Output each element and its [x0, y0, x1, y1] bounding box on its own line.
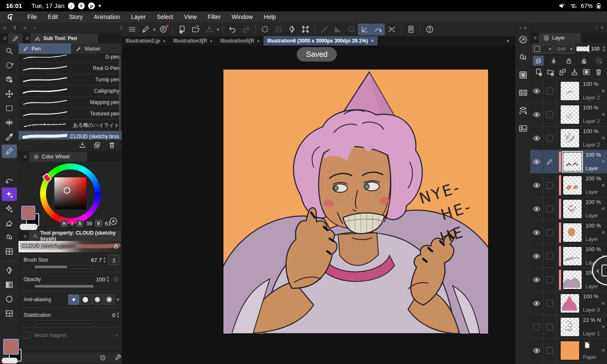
menu-window[interactable]: Window	[226, 13, 258, 20]
layer-visibility-cell[interactable]	[530, 79, 543, 102]
merge-with-lower-layer-button[interactable]	[570, 68, 579, 78]
preview-lock-icon[interactable]	[113, 243, 119, 249]
layer-opacity-value[interactable]: 100	[591, 46, 599, 52]
layer-row-menu-icon[interactable]: ≡	[602, 348, 605, 353]
layer-row-menu-icon[interactable]: ≡	[602, 160, 605, 164]
layer-checkbox[interactable]	[546, 111, 553, 118]
layer-visibility-cell[interactable]	[530, 174, 543, 197]
layer-opacity-slider[interactable]	[576, 46, 589, 51]
tool-auto-select[interactable]	[2, 116, 17, 129]
layer-row-6[interactable]: 100 %Layer≡	[530, 197, 607, 221]
tab-pen[interactable]: Pen	[19, 43, 72, 54]
layer-row-12[interactable]: Paper≡	[530, 339, 607, 362]
layer-thumbnail[interactable]	[560, 81, 580, 101]
blend-mode-dropdown[interactable]: ▾	[532, 44, 553, 54]
layer-check-cell[interactable]	[543, 150, 556, 173]
brush-item-6[interactable]: Textured pen	[19, 108, 122, 120]
brush-item-4[interactable]: Calligraphy	[19, 86, 122, 97]
layer-visibility-cell[interactable]	[530, 315, 543, 338]
layer-thumbnail[interactable]	[560, 317, 580, 337]
layer-visibility-cell[interactable]	[530, 339, 543, 362]
toolbar-snap-special-ruler[interactable]	[371, 24, 385, 35]
tool-zoom[interactable]	[2, 44, 17, 58]
layer-visibility-cell[interactable]	[530, 197, 543, 220]
delete-layer-button[interactable]	[594, 68, 603, 78]
sub-color-palette[interactable]	[516, 48, 531, 66]
toolbar-ruler-line[interactable]	[317, 24, 331, 35]
reset-defaults-icon[interactable]	[99, 354, 107, 361]
toolbar-new-canvas[interactable]	[175, 24, 189, 35]
layer-row-menu-icon[interactable]: ≡	[602, 207, 605, 211]
toolbar-deselect[interactable]	[258, 24, 271, 35]
tool-curve-pen[interactable]	[2, 173, 17, 187]
tab-subtool[interactable]: Sub Tool: Pen	[30, 33, 98, 43]
transparent-color-swatch[interactable]	[2, 358, 18, 364]
toolbar-redo[interactable]	[239, 24, 252, 35]
brush-size-source-button[interactable]	[108, 255, 119, 265]
layer-checkbox[interactable]	[546, 229, 553, 236]
layer-visibility-cell[interactable]	[530, 268, 543, 291]
tab-list-dropdown-icon[interactable]: ▾	[506, 38, 509, 44]
tool-property-menu-icon[interactable]: ≡	[24, 233, 27, 239]
layer-check-cell[interactable]	[543, 244, 556, 268]
tab-tools[interactable]	[8, 33, 22, 43]
layer-visibility-cell[interactable]	[530, 103, 543, 126]
layer-row-menu-icon[interactable]: ≡	[602, 230, 605, 235]
menu-animation[interactable]: Animation	[88, 13, 125, 20]
layer-check-cell[interactable]	[543, 197, 556, 220]
document-tab-2[interactable]: Illustration3[R●	[169, 36, 217, 46]
delete-subtool-icon[interactable]	[108, 141, 116, 149]
layer-checkbox[interactable]	[546, 182, 553, 189]
toolbar-open-file[interactable]	[189, 24, 202, 35]
wheel-foreground-swatch[interactable]	[21, 206, 35, 220]
tool-selection[interactable]	[2, 102, 17, 115]
right-strip-chevron-icon[interactable]: ›	[520, 25, 521, 31]
tool-eraser[interactable]	[2, 216, 17, 230]
aa-strong-button[interactable]	[104, 294, 115, 305]
document-tab-1[interactable]: Illustration2.jp●	[122, 36, 169, 46]
layer-onion-skin[interactable]	[548, 56, 559, 66]
toolbar-main-menu[interactable]	[125, 24, 139, 35]
layer-row-5[interactable]: 100 %Layer≡	[530, 174, 607, 197]
toolbar-snap-ruler[interactable]	[358, 24, 371, 35]
layer-set-reference[interactable]	[594, 56, 604, 66]
layer-menu-icon[interactable]: ≡	[534, 35, 537, 41]
toolbar-balloon[interactable]	[285, 24, 298, 35]
foreground-color-swatch[interactable]	[3, 339, 19, 355]
layer-thumbnail[interactable]	[563, 223, 582, 242]
tool-object[interactable]	[2, 73, 17, 86]
duplicate-subtool-icon[interactable]	[93, 141, 101, 149]
layer-check-cell[interactable]	[543, 268, 556, 291]
canvas-document[interactable]: NYE- HE- HE	[223, 70, 488, 334]
toolbar-ruler-frame[interactable]	[344, 24, 358, 35]
layer-checkbox[interactable]	[546, 324, 553, 330]
layer-thumbnail[interactable]	[560, 294, 580, 313]
menu-story[interactable]: Story	[64, 13, 89, 20]
layer-visibility-cell[interactable]	[530, 150, 543, 173]
vector-magnet-checkbox[interactable]	[24, 332, 30, 339]
transfer-to-lower-layer-button[interactable]	[559, 68, 567, 78]
stabilization-stepper[interactable]: ∧∨	[116, 312, 119, 318]
layer-visibility-cell[interactable]	[530, 221, 543, 244]
tool-figure[interactable]	[2, 292, 17, 306]
layer-row-menu-icon[interactable]: ≡	[602, 136, 605, 140]
layer-panel-expand-icon[interactable]: »	[601, 24, 604, 30]
toolbar-dropdown-icon[interactable]: ▾	[153, 27, 156, 32]
toolbar-ruler-shape[interactable]	[331, 24, 344, 35]
brush-item-5[interactable]: Mapping pen	[19, 97, 122, 108]
toolbar-save[interactable]	[202, 24, 216, 35]
import-subtool-icon[interactable]	[78, 141, 86, 149]
chevron-left-icon[interactable]: ‹	[34, 25, 35, 31]
menu-select[interactable]: Select	[151, 13, 179, 20]
layer-checkbox[interactable]	[546, 276, 553, 283]
hidden-eye-checkbox[interactable]	[533, 324, 540, 330]
tool-pen[interactable]	[2, 145, 17, 158]
layer-clip-to-below[interactable]	[533, 56, 544, 66]
layer-checkbox[interactable]	[546, 206, 553, 212]
material-palette[interactable]	[516, 119, 531, 137]
toolbar-undo[interactable]	[226, 24, 239, 35]
tools-panel-menu-icon[interactable]: ≡	[3, 35, 6, 41]
stabilization-value[interactable]: 0	[112, 312, 115, 318]
layer-visibility-cell[interactable]	[530, 292, 543, 315]
layer-row-10[interactable]: 100 %Layer 3≡	[530, 292, 607, 315]
